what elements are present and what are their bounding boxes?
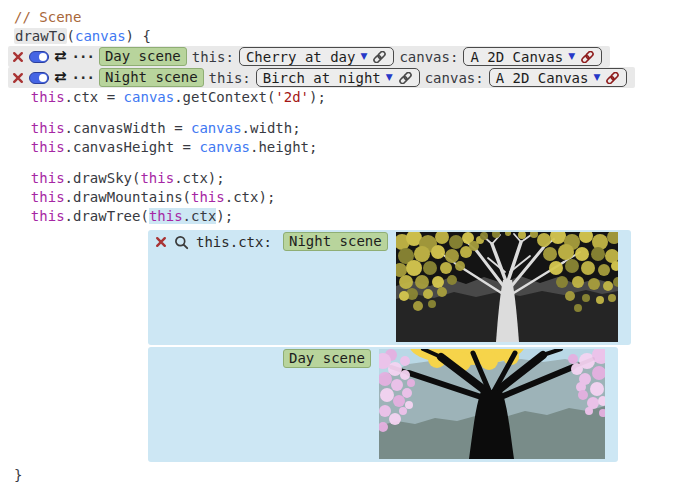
code-text: .drawTree( xyxy=(65,208,149,224)
code-text: .canvasHeight = xyxy=(65,139,200,155)
this-label: this: xyxy=(209,70,251,86)
dropdown-caret-icon: ▼ xyxy=(568,52,575,61)
probe-example-badge[interactable]: Night scene xyxy=(283,232,388,251)
code-line-drawmountains: this.drawMountains(this.ctx); xyxy=(0,188,675,207)
keyword-this: this xyxy=(31,208,65,224)
code-line-drawtree: this.drawTree(this.ctx); xyxy=(0,207,675,226)
code-line-signature: drawTo(canvas) { xyxy=(0,27,675,46)
this-label: this: xyxy=(192,49,234,65)
canvas-label: canvas: xyxy=(425,70,484,86)
keyword-this: this xyxy=(31,89,65,105)
this-binding-value: Birch at night xyxy=(263,70,381,86)
probe-expression: this.ctx: xyxy=(196,234,272,250)
closing-brace: } xyxy=(14,467,22,483)
keyword-this: this xyxy=(191,189,225,205)
more-options-icon[interactable]: ··· xyxy=(72,71,94,85)
night-scene-canvas-image xyxy=(396,232,618,342)
close-probe-icon[interactable] xyxy=(155,236,167,248)
keyword-this: this xyxy=(31,189,65,205)
keyword-this: this xyxy=(31,120,65,136)
probe-example-badge[interactable]: Day scene xyxy=(283,349,371,368)
canvas-binding-dropdown[interactable]: A 2D Canvas ▼ xyxy=(463,47,602,66)
dropdown-caret-icon: ▼ xyxy=(360,52,367,61)
remove-example-icon[interactable] xyxy=(12,72,24,84)
code-text: ); xyxy=(216,208,233,224)
code-text: .ctx); xyxy=(174,170,225,186)
day-scene-canvas-image xyxy=(379,349,605,459)
code-line-comment: // Scene xyxy=(0,8,675,27)
link-icon[interactable] xyxy=(398,72,413,84)
parameter-name: canvas xyxy=(124,89,175,105)
code-line-ctx: this.ctx = canvas.getContext('2d'); xyxy=(0,88,675,107)
probe-result-night: this.ctx: Night scene xyxy=(148,230,631,345)
code-line-close: } xyxy=(0,466,675,485)
code-line-drawsky: this.drawSky(this.ctx); xyxy=(0,169,675,188)
dropdown-caret-icon: ▼ xyxy=(593,73,600,82)
keyword-this: this xyxy=(31,139,65,155)
this-binding-value: Cherry at day xyxy=(246,49,356,65)
probed-expression[interactable]: this.ctx xyxy=(149,208,216,224)
example-row-day: ⇄ ··· Day scene this: Cherry at day ▼ ca… xyxy=(8,46,610,67)
code-text: .getContext( xyxy=(174,89,275,105)
canvas-label: canvas: xyxy=(399,49,458,65)
example-name-badge[interactable]: Night scene xyxy=(99,68,204,87)
dropdown-caret-icon: ▼ xyxy=(386,73,393,82)
comment-text: // Scene xyxy=(14,9,81,25)
editor-page: // Scene drawTo(canvas) { ⇄ ··· Day scen… xyxy=(0,0,675,485)
canvas-binding-dropdown[interactable]: A 2D Canvas ▼ xyxy=(489,68,628,87)
shared-link-icon[interactable] xyxy=(580,51,595,63)
probe-header-spacer xyxy=(155,349,283,368)
example-row-night: ⇄ ··· Night scene this: Birch at night ▼… xyxy=(8,67,635,88)
code-text: .height; xyxy=(250,139,317,155)
punctuation: ) { xyxy=(126,28,151,44)
parameter-name: canvas xyxy=(75,28,126,44)
keyword-this: this xyxy=(140,170,174,186)
code-text: .width; xyxy=(242,120,301,136)
example-name-badge[interactable]: Day scene xyxy=(99,47,187,66)
code-text: .ctx xyxy=(183,208,217,224)
punctuation: ( xyxy=(67,28,75,44)
probe-panel: this.ctx: Night scene xyxy=(148,230,675,462)
code-text: ); xyxy=(309,89,326,105)
example-enabled-toggle[interactable] xyxy=(29,72,49,84)
probe-header: this.ctx: xyxy=(155,232,283,251)
parameter-name: canvas xyxy=(191,120,242,136)
blank-line xyxy=(0,157,675,169)
blank-line xyxy=(0,107,675,119)
parameter-name: canvas xyxy=(199,139,250,155)
swap-examples-icon[interactable]: ⇄ xyxy=(54,49,67,64)
remove-example-icon[interactable] xyxy=(12,51,24,63)
code-line-height: this.canvasHeight = canvas.height; xyxy=(0,138,675,157)
toggle-knob xyxy=(39,74,47,82)
code-line-width: this.canvasWidth = canvas.width; xyxy=(0,119,675,138)
code-text: .drawMountains( xyxy=(65,189,191,205)
toggle-knob xyxy=(39,53,47,61)
canvas-binding-value: A 2D Canvas xyxy=(496,70,589,86)
link-icon[interactable] xyxy=(372,51,387,63)
this-binding-dropdown[interactable]: Birch at night ▼ xyxy=(256,68,420,87)
code-text: .drawSky( xyxy=(65,170,141,186)
keyword-this: this xyxy=(149,208,183,224)
this-binding-dropdown[interactable]: Cherry at day ▼ xyxy=(239,47,395,66)
code-text: .ctx = xyxy=(65,89,124,105)
more-options-icon[interactable]: ··· xyxy=(72,50,94,64)
canvas-binding-value: A 2D Canvas xyxy=(470,49,563,65)
probe-result-day: Day scene xyxy=(148,347,618,462)
shared-link-icon[interactable] xyxy=(605,72,620,84)
keyword-this: this xyxy=(31,170,65,186)
swap-examples-icon[interactable]: ⇄ xyxy=(54,70,67,85)
string-literal: '2d' xyxy=(275,89,309,105)
function-name[interactable]: drawTo xyxy=(14,28,67,44)
example-enabled-toggle[interactable] xyxy=(29,51,49,63)
code-text: .canvasWidth = xyxy=(65,120,191,136)
code-text: .ctx); xyxy=(225,189,276,205)
inspect-icon[interactable] xyxy=(174,235,189,250)
